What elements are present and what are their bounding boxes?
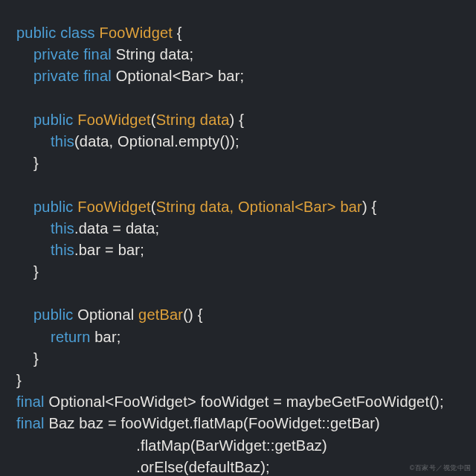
code-token: (data, Optional.empty()); (74, 133, 239, 149)
code-block: public class FooWidget { private final S… (0, 0, 476, 476)
code-token: class (60, 25, 99, 41)
code-line: this(data, Optional.empty()); (16, 131, 460, 152)
code-token: final (83, 68, 115, 84)
code-token: () { (183, 306, 202, 323)
code-line: final Optional<FooWidget> fooWidget = ma… (16, 391, 460, 413)
code-line: public FooWidget(String data, Optional<B… (16, 196, 460, 218)
code-token: ) { (362, 199, 377, 215)
code-token: } (33, 263, 39, 280)
code-line: .flatMap(BarWidget::getBaz) (16, 435, 460, 457)
code-token: private (33, 46, 83, 62)
code-line: public Optional getBar() { (16, 304, 460, 326)
code-token: this (51, 133, 74, 149)
code-token: return (51, 329, 94, 345)
code-token: FooWidget (77, 199, 151, 215)
code-token: FooWidget (77, 112, 151, 128)
code-line (16, 88, 460, 109)
watermark: ©百家号／视觉中国 (410, 463, 472, 473)
code-line: public class FooWidget { (16, 22, 460, 44)
code-token: { (173, 25, 182, 41)
code-token: this (51, 220, 74, 237)
code-line: private final Optional<Bar> bar; (16, 65, 460, 87)
code-line (16, 174, 460, 196)
code-line: public FooWidget(String data) { (16, 109, 460, 131)
code-token: ( (151, 199, 156, 215)
code-token: public (16, 25, 60, 41)
code-line: this.data = data; (16, 218, 460, 239)
code-token: .orElse(defaultBaz); (16, 459, 270, 475)
code-token: public (33, 112, 77, 128)
code-token: private (33, 68, 83, 84)
code-token: } (33, 350, 39, 367)
code-token: ( (151, 112, 156, 128)
code-token (16, 176, 21, 193)
code-token: Optional<Bar> bar; (116, 68, 245, 84)
code-token: public (33, 306, 77, 323)
code-line: } (16, 348, 460, 370)
code-token: .flatMap(BarWidget::getBaz) (16, 437, 327, 454)
code-token: Optional<FooWidget> fooWidget = maybeGet… (48, 393, 443, 410)
code-line: this.bar = bar; (16, 239, 460, 261)
code-token: .data = data; (74, 220, 159, 237)
code-token: } (16, 372, 22, 388)
code-token: FooWidget (100, 25, 173, 41)
code-token: bar; (94, 329, 120, 345)
code-line: } (16, 152, 460, 174)
code-token: getBar (138, 306, 183, 323)
code-line: final Baz baz = fooWidget.flatMap(FooWid… (16, 413, 460, 434)
code-token: final (16, 415, 48, 431)
code-token: public (33, 199, 77, 215)
code-line (16, 283, 460, 304)
code-token: } (33, 155, 39, 171)
code-token: String data; (116, 46, 194, 62)
code-line: private final String data; (16, 44, 460, 65)
code-line: } (16, 370, 460, 391)
code-token: .bar = bar; (74, 242, 144, 258)
code-token: final (83, 46, 115, 62)
code-token (16, 90, 21, 106)
code-token: ) { (230, 112, 245, 128)
code-line: .orElse(defaultBaz); (16, 457, 460, 476)
code-token (16, 285, 21, 301)
code-token: Baz baz = fooWidget.flatMap(FooWidget::g… (48, 415, 380, 431)
code-line: return bar; (16, 327, 460, 348)
code-token: Optional (77, 306, 138, 323)
code-token: this (51, 242, 74, 258)
code-token: String data (156, 112, 230, 128)
code-token: String data, Optional<Bar> bar (156, 199, 362, 215)
code-line: } (16, 261, 460, 283)
code-token: final (16, 393, 48, 410)
